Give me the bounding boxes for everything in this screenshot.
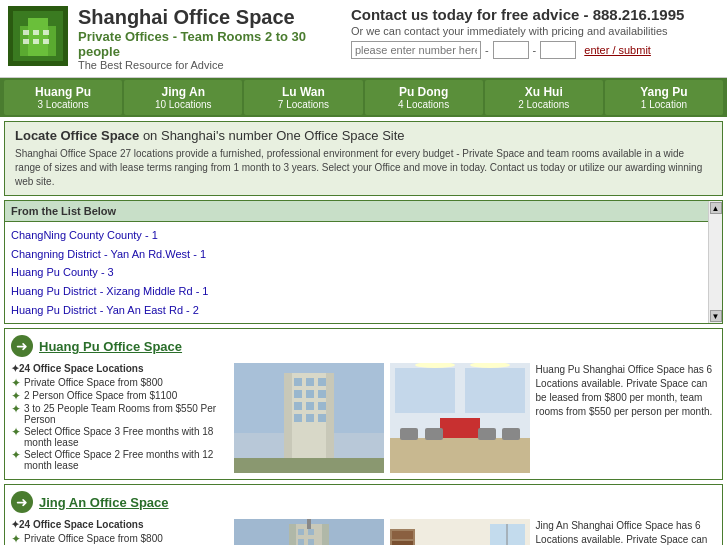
nav-item-name: Xu Hui bbox=[487, 85, 601, 99]
bullet-icon: ✦ bbox=[11, 403, 21, 415]
svg-rect-34 bbox=[425, 428, 443, 440]
svg-rect-14 bbox=[294, 378, 302, 386]
scroll-down-button[interactable]: ▼ bbox=[710, 310, 722, 322]
phone-sep-2: - bbox=[533, 44, 537, 56]
svg-rect-33 bbox=[400, 428, 418, 440]
office-feature: ✦Private Office Space from $800 bbox=[11, 533, 228, 545]
locate-title-suffix: on Shanghai's number One Office Space Si… bbox=[139, 128, 404, 143]
submit-button[interactable]: enter / submit bbox=[584, 44, 651, 56]
scroll-up-button[interactable]: ▲ bbox=[710, 202, 722, 214]
nav-item-lu-wan[interactable]: Lu Wan7 Locations bbox=[244, 80, 362, 115]
list-scrollbar: ▲ ▼ bbox=[708, 201, 722, 323]
list-item[interactable]: Huang Pu District - Yan An East Rd - 2 bbox=[11, 301, 702, 320]
feature-text: 3 to 25 People Team Rooms from $550 Per … bbox=[24, 403, 228, 425]
svg-rect-30 bbox=[395, 368, 455, 413]
site-title: Shanghai Office Space bbox=[78, 6, 341, 29]
nav-item-pu-dong[interactable]: Pu Dong4 Locations bbox=[365, 80, 483, 115]
office-feature: ✦Select Office Space 3 Free months with … bbox=[11, 426, 228, 448]
svg-rect-6 bbox=[43, 30, 49, 35]
list-content: ChangNing County County - 1Changning Dis… bbox=[5, 222, 708, 323]
site-tagline: The Best Resource for Advice bbox=[78, 59, 341, 71]
svg-rect-18 bbox=[306, 390, 314, 398]
svg-rect-19 bbox=[318, 390, 326, 398]
svg-rect-4 bbox=[23, 30, 29, 35]
feature-text: Select Office Space 2 Free months with 1… bbox=[24, 449, 228, 471]
phone-sep-1: - bbox=[485, 44, 489, 56]
nav-item-yang-pu[interactable]: Yang Pu1 Location bbox=[605, 80, 723, 115]
huang-pu-header: ➜ Huang Pu Office Space bbox=[11, 335, 716, 357]
huang-pu-photo2 bbox=[390, 363, 530, 473]
huang-pu-title[interactable]: Huang Pu Office Space bbox=[39, 339, 182, 354]
nav-item-name: Pu Dong bbox=[367, 85, 481, 99]
svg-rect-8 bbox=[33, 39, 39, 44]
svg-rect-35 bbox=[478, 428, 496, 440]
jing-an-body: ✦24 Office Space Locations ✦Private Offi… bbox=[11, 519, 716, 545]
locate-title-main: Locate Office Space bbox=[15, 128, 139, 143]
bullet-icon: ✦ bbox=[11, 533, 21, 545]
phone-main-input[interactable] bbox=[351, 41, 481, 59]
jing-an-section: ➜ Jing An Office Space ✦24 Office Space … bbox=[4, 484, 723, 545]
svg-rect-20 bbox=[294, 402, 302, 410]
jing-an-photo1 bbox=[234, 519, 384, 545]
bullet-icon: ✦ bbox=[11, 449, 21, 461]
huang-pu-body: ✦24 Office Space Locations ✦Private Offi… bbox=[11, 363, 716, 473]
svg-rect-62 bbox=[392, 541, 413, 545]
feature-text: Private Office Space from $800 bbox=[24, 377, 163, 388]
huang-pu-features: ✦24 Office Space Locations ✦Private Offi… bbox=[11, 363, 228, 473]
huang-pu-description: Huang Pu Shanghai Office Space has 6 Loc… bbox=[536, 363, 716, 473]
feature-text: Private Office Space from $800 bbox=[24, 533, 163, 544]
svg-rect-3 bbox=[28, 18, 48, 56]
jing-an-features: ✦24 Office Space Locations ✦Private Offi… bbox=[11, 519, 228, 545]
nav-item-name: Jing An bbox=[126, 85, 240, 99]
svg-rect-9 bbox=[43, 39, 49, 44]
list-item[interactable]: Huang Pu District - Xizang Middle Rd - 1 bbox=[11, 282, 702, 301]
list-item[interactable]: Changning District - Yan An Rd.West - 1 bbox=[11, 245, 702, 264]
nav-item-huang-pu[interactable]: Huang Pu3 Locations bbox=[4, 80, 122, 115]
svg-rect-23 bbox=[294, 414, 302, 422]
svg-rect-5 bbox=[33, 30, 39, 35]
office-feature: ✦2 Person Office Space from $1100 bbox=[11, 390, 228, 402]
nav-item-count: 4 Locations bbox=[367, 99, 481, 110]
phone-seg-2[interactable] bbox=[540, 41, 576, 59]
svg-rect-45 bbox=[308, 529, 314, 535]
contact-block: Contact us today for free advice - 888.2… bbox=[341, 6, 719, 59]
office-feature: ✦3 to 25 People Team Rooms from $550 Per… bbox=[11, 403, 228, 425]
nav-item-jing-an[interactable]: Jing An10 Locations bbox=[124, 80, 242, 115]
bullet-icon: ✦ bbox=[11, 377, 21, 389]
svg-rect-44 bbox=[298, 529, 304, 535]
svg-rect-28 bbox=[390, 438, 530, 473]
locate-banner: Locate Office Space on Shanghai's number… bbox=[4, 121, 723, 196]
svg-rect-43 bbox=[307, 519, 311, 529]
nav-item-count: 7 Locations bbox=[246, 99, 360, 110]
nav-item-count: 10 Locations bbox=[126, 99, 240, 110]
nav-item-name: Yang Pu bbox=[607, 85, 721, 99]
svg-rect-26 bbox=[234, 458, 384, 473]
huang-pu-section: ➜ Huang Pu Office Space ✦24 Office Space… bbox=[4, 328, 723, 480]
huang-pu-icon: ➜ bbox=[11, 335, 33, 357]
list-item[interactable]: Huang Pu County - 3 bbox=[11, 263, 702, 282]
nav-item-name: Huang Pu bbox=[6, 85, 120, 99]
svg-rect-36 bbox=[502, 428, 520, 440]
feature-text: Select Office Space 3 Free months with 1… bbox=[24, 426, 228, 448]
bullet-icon: ✦ bbox=[11, 426, 21, 438]
jing-an-title[interactable]: Jing An Office Space bbox=[39, 495, 169, 510]
svg-rect-7 bbox=[23, 39, 29, 44]
svg-rect-22 bbox=[318, 402, 326, 410]
svg-rect-31 bbox=[465, 368, 525, 413]
office-feature: ✦Select Office Space 2 Free months with … bbox=[11, 449, 228, 471]
location-list-section: From the List Below ChangNing County Cou… bbox=[4, 200, 723, 324]
svg-rect-21 bbox=[306, 402, 314, 410]
contact-title: Contact us today for free advice - 888.2… bbox=[351, 6, 719, 23]
nav-item-xu-hui[interactable]: Xu Hui2 Locations bbox=[485, 80, 603, 115]
site-subtitle: Private Offices - Team Rooms 2 to 30 peo… bbox=[78, 29, 341, 59]
jing-an-header: ➜ Jing An Office Space bbox=[11, 491, 716, 513]
phone-seg-1[interactable] bbox=[493, 41, 529, 59]
site-title-block: Shanghai Office Space Private Offices - … bbox=[78, 6, 341, 71]
svg-rect-16 bbox=[318, 378, 326, 386]
location-list-box: From the List Below ChangNing County Cou… bbox=[5, 201, 708, 323]
list-item[interactable]: ChangNing County County - 1 bbox=[11, 226, 702, 245]
locate-description: Shanghai Office Space 27 locations provi… bbox=[15, 147, 712, 189]
jing-an-icon: ➜ bbox=[11, 491, 33, 513]
locate-title: Locate Office Space on Shanghai's number… bbox=[15, 128, 712, 143]
site-logo bbox=[8, 6, 68, 66]
